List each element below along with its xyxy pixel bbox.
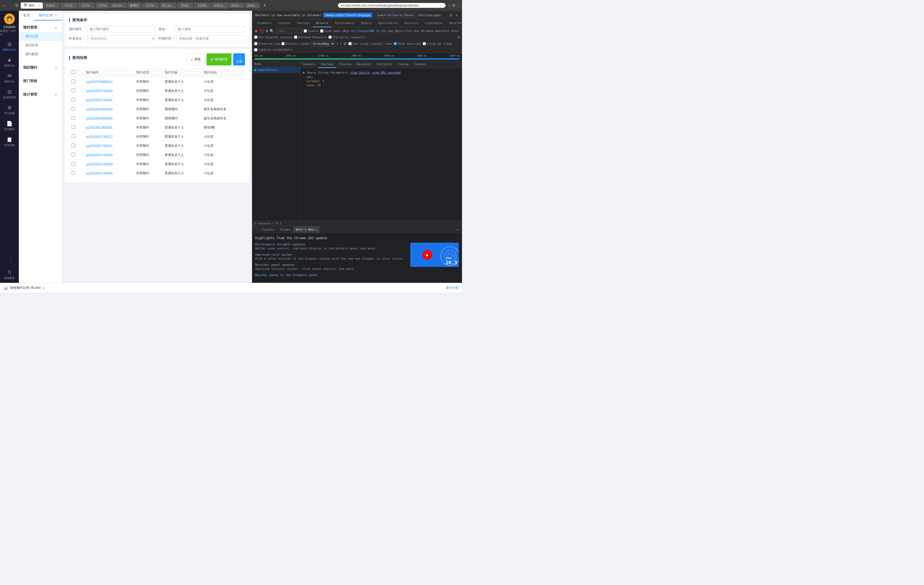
row-booking-id[interactable]: yy2022051800001 bbox=[83, 123, 133, 132]
clear-icon[interactable]: 🚫 bbox=[259, 29, 264, 33]
whats-new-reorder-title[interactable]: Reorder panes in the Elements panel bbox=[255, 273, 407, 277]
status-select[interactable]: 请选择状态 bbox=[87, 35, 156, 42]
import-icon[interactable]: ⬆ bbox=[337, 42, 338, 46]
tab-14[interactable]: photo... bbox=[245, 3, 260, 8]
row-checkbox-2[interactable] bbox=[72, 98, 75, 102]
switch-to-chinese-button[interactable]: Switch DevTools to Chinese bbox=[375, 12, 416, 18]
venue-input[interactable] bbox=[175, 26, 245, 32]
row-checkbox-9[interactable] bbox=[72, 162, 75, 166]
sidebar-item-platform[interactable]: ⚙ 平台管理 bbox=[0, 102, 19, 118]
tab-13[interactable]: photo... bbox=[229, 3, 244, 8]
disable-cache-checkbox[interactable] bbox=[281, 42, 285, 45]
download-chevron-icon[interactable]: ∧ bbox=[43, 286, 45, 290]
time-input[interactable] bbox=[177, 35, 245, 42]
record-icon[interactable]: ⏺ bbox=[254, 29, 258, 33]
row-checkbox-10[interactable] bbox=[72, 171, 75, 175]
clear-network-icon[interactable]: 🗑 bbox=[343, 42, 347, 46]
tab-7[interactable]: 微课堂 bbox=[127, 2, 142, 8]
extensions-icon[interactable]: ⊞ bbox=[452, 3, 455, 7]
row-checkbox-7[interactable] bbox=[72, 144, 75, 147]
throttling-select[interactable]: No throttling bbox=[311, 41, 335, 46]
sidebar-item-all-menus[interactable]: ⠿ 全部菜单 bbox=[4, 267, 15, 283]
forward-button[interactable]: → bbox=[8, 3, 13, 8]
tab-active[interactable]: 📅 预约... ✕ bbox=[21, 2, 43, 8]
show-all-downloads-button[interactable]: 显示全部 bbox=[446, 286, 459, 290]
settings-row1-icon[interactable]: ⚙ bbox=[458, 35, 460, 39]
fullscreen-button[interactable]: ⛶ 全屏 bbox=[233, 53, 245, 66]
detail-tab-payload[interactable]: Payload bbox=[318, 61, 336, 68]
row-checkbox-8[interactable] bbox=[72, 153, 75, 157]
sidebar-item-devcenter[interactable]: ◈ 开发中心 bbox=[0, 55, 19, 70]
tab-10[interactable]: 【在线... bbox=[177, 2, 193, 8]
back-button[interactable]: ← bbox=[2, 3, 7, 8]
blocked-requests-checkbox[interactable] bbox=[294, 36, 297, 39]
sidebar-item-worktable[interactable]: ⊞ 我的工作台 bbox=[0, 38, 19, 55]
tab-elements[interactable]: Elements bbox=[254, 20, 275, 27]
show-overview-checkbox[interactable] bbox=[394, 42, 397, 45]
tab-11[interactable]: 【在线... bbox=[194, 2, 211, 8]
tab-console[interactable]: Console bbox=[275, 20, 294, 27]
bottom-panel-close-icon[interactable]: ✕ bbox=[456, 226, 460, 233]
row-checkbox-1[interactable] bbox=[72, 89, 75, 93]
detail-tab-headers[interactable]: Headers bbox=[300, 61, 318, 68]
nav-section-my-booking-title[interactable]: 我的预约 ▼ bbox=[19, 63, 62, 72]
nav-section-booking-title[interactable]: 预约管理 ▲ bbox=[19, 23, 62, 32]
dont-show-again-button[interactable]: Don't show again bbox=[418, 13, 441, 17]
row-booking-id[interactable]: yy2022051800003 bbox=[83, 105, 133, 114]
row-booking-id[interactable]: yy2022051800002 bbox=[83, 114, 133, 123]
venue-config-button[interactable]: ⚙ 场地配置 bbox=[206, 53, 231, 66]
tab-6[interactable]: tcc-me... bbox=[110, 3, 127, 8]
detail-tab-timing[interactable]: Timing bbox=[395, 61, 411, 68]
tab-performance[interactable]: Performance bbox=[332, 20, 358, 27]
network-request-item[interactable]: exportExcel... bbox=[252, 67, 300, 73]
bottom-menu-icon[interactable]: ⋮ bbox=[254, 226, 259, 233]
tab-close-button[interactable]: ✕ bbox=[38, 4, 40, 7]
bottom-tab-whats-new[interactable]: What's New ✕ bbox=[293, 226, 319, 233]
address-bar[interactable]: tcc-test.interlib.com.cn/venuebooking/bo… bbox=[338, 3, 446, 8]
nav-section-dept-review-title[interactable]: 部门审核 bbox=[19, 76, 62, 86]
row-checkbox-0[interactable] bbox=[72, 79, 75, 83]
detail-tab-cookies[interactable]: Cookies bbox=[411, 61, 429, 68]
tab-memory[interactable]: Memory bbox=[358, 20, 375, 27]
row-checkbox-5[interactable] bbox=[72, 125, 75, 129]
bookmark-icon[interactable]: ☆ bbox=[448, 3, 451, 7]
large-rows-checkbox[interactable] bbox=[348, 42, 351, 45]
search-icon[interactable]: 🔍 bbox=[269, 29, 274, 33]
detail-tab-initiator[interactable]: Initiator bbox=[374, 61, 395, 68]
tab-close-icon[interactable]: ✕ bbox=[55, 14, 57, 17]
row-booking-id[interactable]: yy2022051700012 bbox=[83, 132, 133, 141]
hide-data-urls-checkbox[interactable] bbox=[320, 29, 323, 33]
tab-security[interactable]: Security bbox=[401, 20, 422, 27]
whats-new-color-title[interactable]: Improved color picker bbox=[255, 253, 407, 256]
nav-sub-checkin[interactable]: 签到管理 bbox=[19, 41, 62, 50]
sidebar-item-management[interactable]: ⊟ 总分馆管理 bbox=[0, 86, 19, 102]
youtube-play-button[interactable]: ▶ bbox=[422, 250, 432, 259]
sidebar-item-news[interactable]: 📄 文化资讯 bbox=[0, 118, 19, 134]
preserve-log-checkbox[interactable] bbox=[254, 42, 257, 45]
view-url-encoded-link[interactable]: view URL-encoded bbox=[372, 71, 401, 74]
tab-9[interactable]: 线上ps... bbox=[159, 2, 177, 8]
nav-sub-booking-records[interactable]: 预约记录 bbox=[19, 32, 62, 41]
tab-5[interactable]: 工作台 bbox=[95, 2, 110, 8]
filter-input[interactable] bbox=[276, 28, 302, 33]
menu-icon[interactable]: ⋮ bbox=[457, 3, 460, 7]
tab-lighthouse[interactable]: Lighthouse bbox=[422, 20, 446, 27]
view-source-link[interactable]: view source bbox=[350, 71, 370, 74]
sidebar-item-collapse[interactable]: 〈 bbox=[4, 256, 15, 267]
tab-2[interactable]: 作品征... bbox=[43, 2, 60, 8]
tab-add-button[interactable]: + bbox=[260, 2, 269, 10]
invert-checkbox[interactable] bbox=[304, 29, 307, 33]
row-booking-id[interactable]: yy2022051700008 bbox=[83, 169, 133, 178]
blocked-cookies-checkbox[interactable] bbox=[254, 36, 257, 39]
detail-tab-preview[interactable]: Preview bbox=[336, 61, 354, 68]
nav-sub-booking-config[interactable]: 预约配置 bbox=[19, 50, 62, 59]
row-checkbox-4[interactable] bbox=[72, 116, 75, 120]
third-party-checkbox[interactable] bbox=[328, 36, 332, 39]
row-booking-id[interactable]: yy2022051700011 bbox=[83, 141, 133, 150]
match-language-button[interactable]: Always match Chrome's language bbox=[323, 13, 372, 18]
tab-4[interactable]: 【文化... bbox=[78, 2, 95, 8]
sidebar-item-messages[interactable]: ✉ 消息中心 bbox=[0, 70, 19, 86]
whats-new-perf-title[interactable]: Performance Insights updates bbox=[255, 243, 407, 246]
tab-network[interactable]: Network bbox=[313, 20, 332, 27]
nav-section-stats-title[interactable]: 统计管理 ▼ bbox=[19, 90, 62, 99]
